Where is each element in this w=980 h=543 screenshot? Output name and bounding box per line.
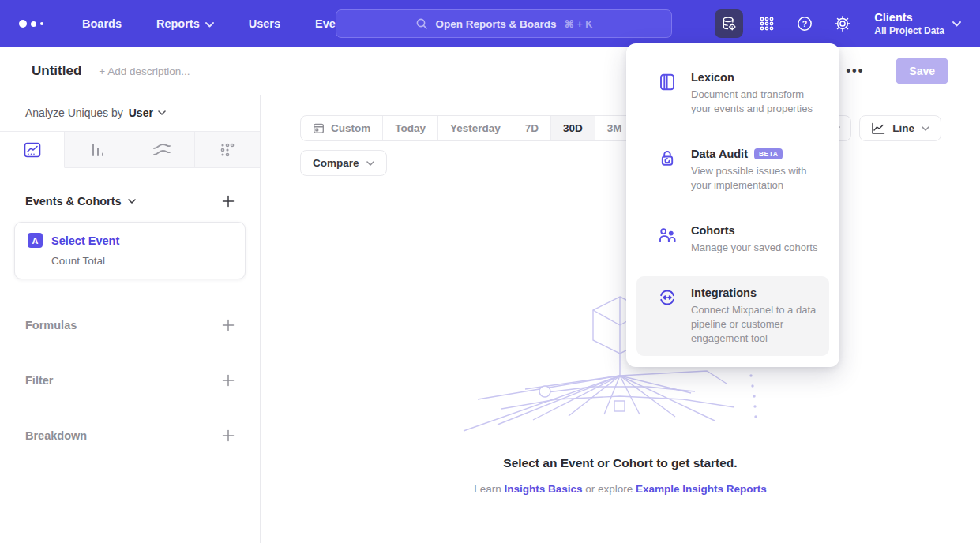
stacked-area-icon (152, 142, 171, 158)
range-label: Yesterday (450, 122, 501, 134)
nav-item-label: Reports (156, 17, 200, 30)
add-description-field[interactable]: + Add description... (99, 66, 190, 77)
chevron-down-icon (158, 110, 166, 115)
plus-icon (222, 319, 235, 331)
nav-item-boards[interactable]: Boards (82, 17, 122, 30)
data-management-button[interactable] (715, 9, 743, 38)
tab-metrics[interactable] (195, 132, 260, 168)
or-explore-text: or explore (585, 483, 633, 495)
report-title[interactable]: Untitled (32, 63, 81, 79)
events-cohorts-header: Events & Cohorts (0, 189, 260, 214)
range-today[interactable]: Today (382, 116, 437, 140)
chevron-down-icon (205, 22, 214, 28)
svg-text:?: ? (802, 19, 807, 28)
event-aggregation-dropdown[interactable]: Count Total (51, 255, 232, 267)
menu-item-description: Manage your saved cohorts (691, 241, 820, 255)
data-management-dropdown: Lexicon Document and transform your even… (626, 43, 839, 367)
tab-line-chart[interactable] (0, 132, 65, 168)
chart-area: Custom Today Yesterday 7D 30D 3M 6M Comp… (261, 95, 980, 543)
chart-type-dropdown[interactable]: Line (859, 115, 941, 141)
settings-button[interactable] (828, 9, 857, 38)
range-yesterday[interactable]: Yesterday (437, 116, 513, 140)
menu-item-cohorts[interactable]: Cohorts Manage your saved cohorts (636, 214, 829, 265)
metrics-grid-icon (219, 142, 236, 158)
apps-grid-button[interactable] (753, 9, 781, 38)
example-insights-reports-link[interactable]: Example Insights Reports (636, 483, 767, 495)
beta-badge: BETA (754, 148, 783, 160)
select-event-button[interactable]: Select Event (51, 234, 119, 247)
gear-icon (834, 15, 851, 32)
analyze-row: Analyze Uniques by User (0, 95, 260, 131)
logo-dot (31, 21, 36, 27)
nav-item-users[interactable]: Users (249, 17, 280, 30)
help-button[interactable]: ? (790, 9, 819, 38)
logo-dot (40, 22, 43, 25)
nav-item-reports[interactable]: Reports (156, 17, 214, 30)
insights-basics-link[interactable]: Insights Basics (504, 483, 582, 495)
events-cohorts-label: Events & Cohorts (25, 195, 122, 208)
search-shortcut: ⌘ + K (565, 18, 593, 30)
add-formula-button[interactable] (222, 319, 235, 331)
project-scope: All Project Data (874, 25, 944, 37)
plus-icon (222, 195, 235, 208)
add-event-button[interactable] (222, 195, 235, 208)
range-7d[interactable]: 7D (513, 116, 550, 140)
save-button[interactable]: Save (896, 58, 948, 84)
range-30d[interactable]: 30D (550, 116, 595, 140)
cohorts-people-icon (658, 226, 677, 255)
line-chart-icon (24, 142, 41, 158)
empty-state-links: Learn Insights Basics or explore Example… (261, 483, 980, 495)
range-custom[interactable]: Custom (301, 116, 382, 140)
nav-item-label: Users (249, 17, 280, 30)
formulas-section: Formulas (0, 313, 260, 338)
date-range-control: Custom Today Yesterday 7D 30D 3M 6M (300, 115, 674, 141)
top-navbar: Boards Reports Users Events Open Reports… (0, 0, 980, 47)
event-badge: A (28, 233, 43, 248)
menu-item-title: Lexicon (691, 71, 734, 84)
compare-dropdown[interactable]: Compare (300, 150, 387, 176)
formulas-label: Formulas (25, 319, 77, 331)
mixpanel-logo[interactable] (19, 20, 54, 28)
apps-grid-icon (759, 16, 775, 32)
nav-links: Boards Reports Users Events (82, 17, 353, 30)
project-name: Clients (874, 10, 944, 24)
menu-item-title: Data Audit (691, 148, 748, 160)
integrations-sync-icon (658, 288, 677, 346)
menu-item-title: Integrations (691, 286, 757, 299)
add-filter-button[interactable] (222, 374, 235, 387)
project-switcher[interactable]: Clients All Project Data (874, 10, 961, 36)
range-label: 3M (607, 122, 622, 134)
add-breakdown-button[interactable] (222, 429, 235, 442)
plus-icon (222, 429, 235, 442)
query-builder-sidebar: Analyze Uniques by User (0, 95, 261, 543)
events-cohorts-dropdown[interactable]: Events & Cohorts (25, 195, 136, 208)
chevron-down-icon (366, 161, 374, 166)
menu-item-description: Connect Mixpanel to a data pipeline or c… (691, 303, 820, 346)
menu-item-title: Cohorts (691, 224, 735, 237)
analyze-label: Analyze Uniques by (25, 107, 123, 119)
chevron-down-icon (952, 21, 961, 27)
more-options-button[interactable]: ••• (846, 67, 864, 75)
analyze-by-dropdown[interactable]: User (129, 107, 166, 119)
compare-label: Compare (313, 157, 359, 169)
tab-stacked-chart[interactable] (130, 132, 195, 168)
menu-item-description: View possible issues with your implement… (691, 164, 820, 193)
event-card[interactable]: A Select Event Count Total (14, 222, 246, 279)
chevron-down-icon (922, 126, 929, 131)
range-label: 7D (525, 122, 539, 134)
filter-label: Filter (25, 374, 53, 387)
menu-item-lexicon[interactable]: Lexicon Document and transform your even… (636, 61, 829, 126)
range-label: Custom (331, 122, 370, 134)
menu-item-data-audit[interactable]: Data Audit BETA View possible issues wit… (636, 137, 829, 203)
help-icon: ? (796, 15, 813, 32)
chevron-down-icon (128, 199, 136, 204)
bar-chart-icon (88, 142, 106, 158)
learn-prefix: Learn (474, 483, 501, 495)
empty-state-title: Select an Event or Cohort to get started… (261, 456, 980, 470)
global-search[interactable]: Open Reports & Boards ⌘ + K (336, 9, 672, 38)
tab-bar-chart[interactable] (65, 132, 130, 168)
breakdown-label: Breakdown (25, 429, 87, 442)
chart-type-label: Line (892, 122, 914, 134)
lexicon-book-icon (658, 73, 677, 116)
menu-item-integrations[interactable]: Integrations Connect Mixpanel to a data … (636, 276, 829, 356)
